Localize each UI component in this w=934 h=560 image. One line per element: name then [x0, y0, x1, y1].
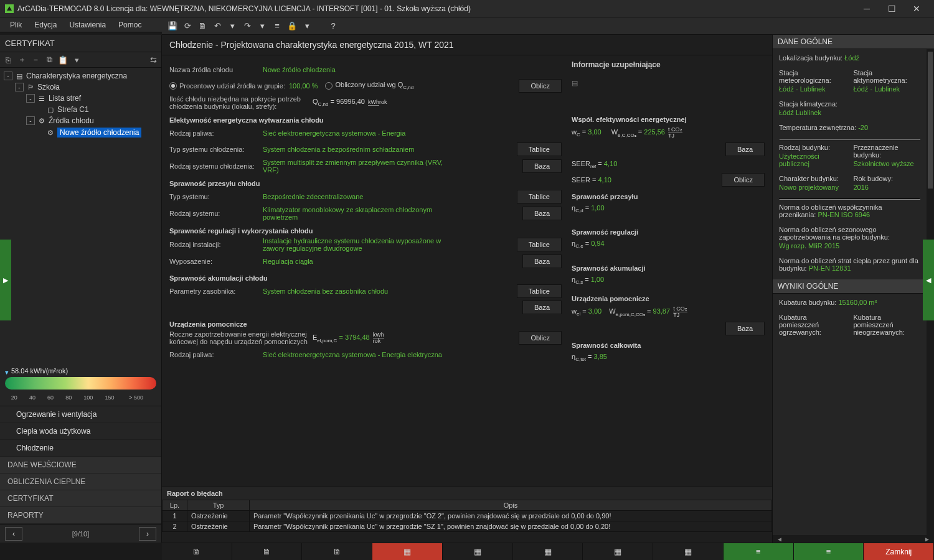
percent-value[interactable]: 100,00 % [289, 82, 318, 90]
radio-calculated[interactable] [325, 82, 333, 90]
add-icon[interactable]: ＋ [16, 54, 27, 65]
add-node-icon[interactable]: ⎘ [2, 54, 14, 65]
edge-expand-right[interactable]: ◀ [923, 240, 934, 320]
menu-ustawienia[interactable]: Ustawienia [63, 19, 112, 31]
collapse-icon[interactable]: - [26, 94, 35, 103]
source-name-value[interactable]: Nowe źródło chłodzenia [263, 66, 450, 73]
zone-icon: ▢ [46, 105, 55, 114]
save-icon[interactable]: 💾 [167, 21, 178, 32]
table-row[interactable]: 1 Ostrzeżenie Parametr "Współczynnik prz… [163, 511, 772, 521]
radio-percent[interactable] [169, 82, 177, 90]
nav-hotwater[interactable]: Ciepła woda użytkowa [0, 423, 161, 440]
nav-section-cert[interactable]: CERTYFIKAT [0, 490, 161, 507]
bottom-tab-4[interactable]: ▦ [372, 543, 443, 560]
nav-section-reports[interactable]: RAPORTY [0, 507, 161, 524]
next-page-button[interactable]: › [139, 527, 156, 541]
tree-school[interactable]: - 🏳 Szkoła [1, 82, 160, 93]
menu-plik[interactable]: Plik [4, 19, 28, 31]
equip-value[interactable]: Regulacja ciągła [263, 258, 450, 265]
minimize-button[interactable]: ─ [854, 0, 879, 17]
close-button[interactable]: ✕ [904, 0, 929, 17]
system-type-value[interactable]: System chłodzenia z bezpośrednim schładz… [263, 146, 450, 153]
bottom-tab-5[interactable]: ▦ [443, 543, 513, 560]
base-button-2[interactable]: Baza [522, 207, 562, 220]
inst-value[interactable]: Instalacje hydrauliczne systemu chłodzen… [263, 237, 450, 252]
nav-heating[interactable]: Ogrzewanie i wentylacja [0, 406, 161, 423]
tree-zones-list[interactable]: - ☰ Lista stref [1, 93, 160, 104]
reg-heading: Sprawność regulacji i wykorzystania chło… [169, 227, 562, 235]
calc-button-2[interactable]: Oblicz [519, 331, 562, 345]
calc-button-r1[interactable]: Oblicz [722, 173, 765, 187]
undo-dropdown-icon[interactable]: ▾ [227, 21, 238, 32]
system-kind-value[interactable]: System multisplit ze zmiennym przepływem… [263, 159, 450, 174]
rp-body: Lokalizacja budynku: Łódź Stacja meteoro… [773, 49, 927, 535]
nav-cooling[interactable]: Chłodzenie [0, 440, 161, 457]
bottom-tab-1[interactable]: 🗎 [162, 543, 232, 560]
center-title: Chłodzenie - Projektowana charakterystyk… [162, 35, 772, 55]
bottom-tab-2[interactable]: 🗎 [232, 543, 303, 560]
tables-button-2[interactable]: Tablice [517, 190, 562, 203]
scroll-right-icon[interactable]: ► [923, 536, 932, 543]
fuel2-value[interactable]: Sieć elektroenergetyczna systemowa - Ene… [263, 351, 450, 358]
lock-dropdown-icon[interactable]: ▾ [301, 21, 313, 32]
tree-dropdown-icon[interactable]: ▾ [71, 54, 82, 65]
tree-new-source[interactable]: ⚙ Nowe źródło chłodzenia [1, 126, 160, 139]
rp-header-results: WYNIKI OGÓLNE [773, 279, 927, 294]
tree-sources[interactable]: - ⚙ Źródła chłodu [1, 115, 160, 126]
redo-dropdown-icon[interactable]: ▾ [257, 21, 268, 32]
tank-value[interactable]: System chłodzenia bez zasobnika chłodu [263, 287, 450, 295]
copy-icon[interactable]: ⧉ [44, 54, 55, 65]
base-button-4[interactable]: Baza [522, 301, 562, 314]
menu-pomoc[interactable]: Pomoc [112, 19, 148, 31]
undo-icon[interactable]: ↶ [212, 21, 223, 32]
left-panel-title: CERTYFIKAT [0, 35, 161, 52]
edge-expand-left[interactable]: ▶ [0, 240, 11, 320]
bottom-tab-9[interactable]: ≡ [724, 543, 794, 560]
collapse-icon[interactable]: - [15, 83, 24, 91]
bottom-tab-10[interactable]: ≡ [794, 543, 864, 560]
tables-button[interactable]: Tablice [517, 142, 562, 156]
tree: - ▤ Charakterystyka energetyczna - 🏳 Szk… [0, 68, 161, 363]
base-button[interactable]: Baza [522, 159, 562, 173]
trans-type-value[interactable]: Bezpośrednie zdecentralizowane [263, 193, 450, 200]
sync-icon[interactable]: ⇆ [148, 54, 159, 65]
redo-icon[interactable]: ↷ [242, 21, 253, 32]
document-icon[interactable]: 🗎 [197, 21, 208, 32]
scroll-left-icon[interactable]: ◄ [775, 536, 784, 543]
collapse-icon[interactable]: - [4, 72, 12, 80]
tree-root[interactable]: - ▤ Charakterystyka energetyczna [1, 70, 160, 82]
fuel-value[interactable]: Sieć elektroenergetyczna systemowa - Ene… [263, 129, 450, 137]
edit-info-icon[interactable]: ▤ [572, 79, 578, 86]
tree-zone-c1[interactable]: ▢ Strefa C1 [1, 104, 160, 115]
base-button-r1[interactable]: Baza [725, 142, 765, 156]
prev-page-button[interactable]: ‹ [5, 527, 22, 541]
right-h-scrollbar[interactable]: ◄ ► [773, 535, 934, 543]
wspol-heading: Współ. efektywności energetycznej [572, 116, 765, 123]
nav-section-input[interactable]: DANE WEJŚCIOWE [0, 457, 161, 474]
calc-button[interactable]: Oblicz [519, 79, 562, 93]
bottom-tab-8[interactable]: ▦ [653, 543, 724, 560]
base-button-3[interactable]: Baza [522, 254, 562, 268]
menu-edycja[interactable]: Edycja [28, 19, 63, 31]
bottom-tab-7[interactable]: ▦ [583, 543, 653, 560]
doc-icon: ▤ [15, 72, 24, 80]
paste-icon[interactable]: 📋 [57, 54, 68, 65]
layers-icon[interactable]: ≡ [271, 21, 283, 32]
page-indicator: [9/10] [72, 530, 90, 538]
bottom-tab-3[interactable]: 🗎 [302, 543, 372, 560]
tables-button-4[interactable]: Tablice [517, 284, 562, 298]
nav-section-calc[interactable]: OBLICZENIA CIEPLNE [0, 474, 161, 490]
lock-icon[interactable]: 🔒 [286, 21, 298, 32]
trans-kind-value[interactable]: Klimatyzator monoblokowy ze skraplaczem … [263, 206, 450, 221]
tables-button-3[interactable]: Tablice [517, 238, 562, 251]
bottom-tab-6[interactable]: ▦ [513, 543, 583, 560]
toolbar: 💾 ⟳ 🗎 ↶ ▾ ↷ ▾ ≡ 🔒 ▾ ? [162, 17, 934, 35]
help-icon[interactable]: ? [328, 21, 339, 32]
close-tab-button[interactable]: Zamknij [864, 543, 934, 560]
table-row[interactable]: 2 Ostrzeżenie Parametr "Współczynnik prz… [163, 521, 772, 532]
remove-icon[interactable]: － [30, 54, 41, 65]
maximize-button[interactable]: ☐ [879, 0, 904, 17]
collapse-icon[interactable]: - [26, 116, 35, 125]
refresh-icon[interactable]: ⟳ [182, 21, 193, 32]
base-button-r2[interactable]: Baza [725, 322, 765, 335]
